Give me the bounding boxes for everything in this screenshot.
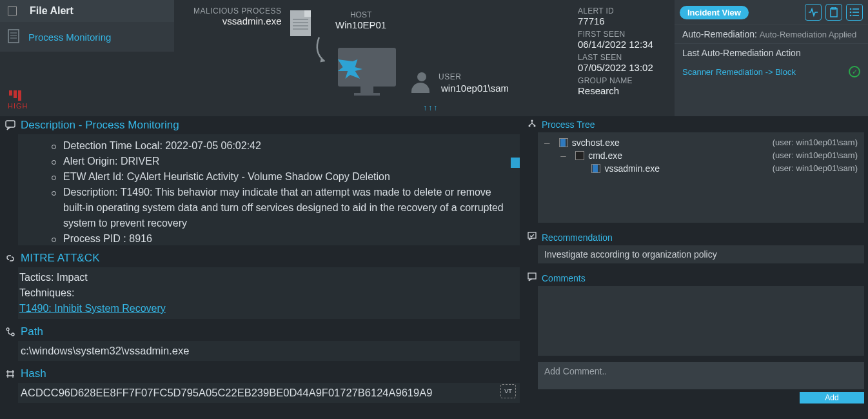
incident-view-button[interactable]: Incident View xyxy=(680,6,749,19)
hash-icon xyxy=(5,369,15,379)
description-item: Process PID : 8916 xyxy=(26,231,512,245)
mitre-technique-link[interactable]: T1490: Inhibit System Recovery xyxy=(19,303,166,314)
mitre-tactics: Tactics: Impact xyxy=(19,270,518,285)
virustotal-badge[interactable]: VT xyxy=(500,384,516,398)
add-comment-button[interactable]: Add xyxy=(800,392,864,404)
page-title: File Alert xyxy=(30,5,74,17)
body: Description - Process Monitoring Detecti… xyxy=(0,116,868,419)
hash-value: ACDCC96D628EE8FF7F07FC5D795A05C22EB239BE… xyxy=(21,387,432,398)
host-label: HOST xyxy=(335,10,386,19)
malicious-process-label: MALICIOUS PROCESS xyxy=(193,6,282,15)
path-panel: c:\windows\system32\vssadmin.exe xyxy=(18,341,520,361)
last-action-link-row: Scanner Remediation -> Block ✓ xyxy=(675,62,868,84)
process-name: cmd.exe xyxy=(588,149,622,162)
description-header: Description - Process Monitoring xyxy=(0,116,522,134)
left-column: Description - Process Monitoring Detecti… xyxy=(0,116,522,419)
right-column: Process Tree — svchost.exe(user: win10ep… xyxy=(522,116,868,419)
auto-remediation-value: Auto-Remediation Applied xyxy=(760,30,856,39)
mitre-panel: Tactics: Impact Techniques: T1490: Inhib… xyxy=(18,267,520,319)
description-item: Description: T1490: This behavior may in… xyxy=(26,185,512,231)
tree-connector: — xyxy=(544,136,555,149)
process-icon xyxy=(559,138,568,147)
clipboard-icon[interactable] xyxy=(825,4,842,21)
header-right-toolbar: Incident View xyxy=(675,0,868,25)
select-checkbox[interactable] xyxy=(8,6,17,15)
description-list: Detection Time Local: 2022-07-05 06:02:4… xyxy=(26,138,512,245)
malicious-process-value: vssadmin.exe xyxy=(193,15,282,26)
collapse-arrows-icon[interactable]: ↑↑↑ xyxy=(423,103,439,112)
file-icon xyxy=(290,10,311,36)
recommendation-header: Recommendation xyxy=(522,229,868,245)
arrow-icon xyxy=(302,33,340,72)
comment-input[interactable]: Add Comment.. xyxy=(538,362,864,389)
description-panel[interactable]: Detection Time Local: 2022-07-05 06:02:4… xyxy=(18,134,520,245)
path-value: c:\windows\system32\vssadmin.exe xyxy=(21,345,189,356)
recommendation-icon xyxy=(528,232,537,243)
recommendation-panel: Investigate according to organization po… xyxy=(538,245,864,263)
svg-rect-19 xyxy=(528,273,536,279)
process-name: svchost.exe xyxy=(572,136,620,149)
tree-connector xyxy=(544,162,587,175)
process-icon xyxy=(591,164,600,173)
mitre-techniques-label: Techniques: xyxy=(19,285,518,301)
process-tree-row[interactable]: — svchost.exe(user: win10ep01\sam) xyxy=(544,136,858,149)
header-meta: ALERT ID 77716 FIRST SEEN 06/14/2022 12:… xyxy=(578,0,675,116)
last-action-label: Last Auto-Remediation Action xyxy=(682,48,801,58)
process-user: (user: win10ep01\sam) xyxy=(765,136,858,149)
process-tree-row[interactable]: vssadmin.exe(user: win10ep01\sam) xyxy=(544,162,858,175)
title-row: File Alert xyxy=(0,0,174,22)
severity-bars-icon xyxy=(8,90,174,101)
process-tree-row[interactable]: — cmd.exe(user: win10ep01\sam) xyxy=(544,149,858,162)
last-seen-value: 07/05/2022 13:02 xyxy=(578,62,675,74)
group-name-value: Research xyxy=(578,85,675,97)
link-icon xyxy=(5,253,15,263)
subtitle-row[interactable]: Process Monitoring xyxy=(0,22,174,52)
activity-icon[interactable] xyxy=(805,4,822,21)
description-item: ETW Alert Id: CyAlert Heuristic Activity… xyxy=(26,169,512,185)
recommendation-heading: Recommendation xyxy=(542,232,613,243)
severity-indicator: HIGH xyxy=(0,90,174,116)
path-header: Path xyxy=(0,323,522,341)
svg-rect-12 xyxy=(6,121,15,127)
last-action-row: Last Auto-Remediation Action xyxy=(675,43,868,62)
auto-remediation-label: Auto-Remediation: xyxy=(682,29,757,39)
host-monitor-icon xyxy=(338,48,396,87)
tree-connector: — xyxy=(544,149,571,162)
header-left: File Alert Process Monitoring HIGH xyxy=(0,0,174,116)
first-seen-label: FIRST SEEN xyxy=(578,30,675,39)
last-seen-label: LAST SEEN xyxy=(578,53,675,62)
process-user: (user: win10ep01\sam) xyxy=(765,149,858,162)
success-check-icon: ✓ xyxy=(849,66,860,77)
comments-icon xyxy=(528,272,537,283)
user-icon xyxy=(411,72,432,93)
process-tree-heading: Process Tree xyxy=(542,119,595,130)
alert-id-label: ALERT ID xyxy=(578,6,675,15)
document-icon xyxy=(8,29,19,45)
svg-rect-18 xyxy=(528,232,536,238)
comments-heading: Comments xyxy=(542,273,586,283)
svg-rect-0 xyxy=(8,30,19,43)
list-icon[interactable] xyxy=(846,4,863,21)
hash-header: Hash xyxy=(0,365,522,383)
description-item: Detection Time Local: 2022-07-05 06:02:4… xyxy=(26,138,512,154)
hash-panel: ACDCC96D628EE8FF7F07FC5D795A05C22EB239BE… xyxy=(18,383,520,403)
recommendation-text: Investigate according to organization po… xyxy=(544,249,717,260)
header-center: MALICIOUS PROCESS vssadmin.exe HOST Win1… xyxy=(174,0,578,116)
process-icon xyxy=(575,151,584,160)
comments-header: Comments xyxy=(522,270,868,286)
user-value: win10ep01\sam xyxy=(441,83,509,94)
process-user: (user: win10ep01\sam) xyxy=(765,162,858,175)
auto-remediation-row: Auto-Remediation: Auto-Remediation Appli… xyxy=(675,25,868,43)
svg-point-8 xyxy=(850,12,852,14)
svg-rect-4 xyxy=(831,8,837,17)
malicious-process-block: MALICIOUS PROCESS vssadmin.exe xyxy=(193,6,282,26)
path-heading: Path xyxy=(21,325,43,338)
header-right-panel: Incident View Auto-Remediation: Auto-Rem… xyxy=(675,0,868,116)
description-item: Alert Origin: DRIVER xyxy=(26,154,512,169)
last-action-link[interactable]: Scanner Remediation -> Block xyxy=(682,67,796,77)
mitre-header: MITRE ATT&CK xyxy=(0,249,522,267)
user-label: USER xyxy=(439,72,461,81)
tree-icon xyxy=(528,119,537,130)
description-heading: Description - Process Monitoring xyxy=(21,119,179,132)
severity-label: HIGH xyxy=(8,102,28,110)
